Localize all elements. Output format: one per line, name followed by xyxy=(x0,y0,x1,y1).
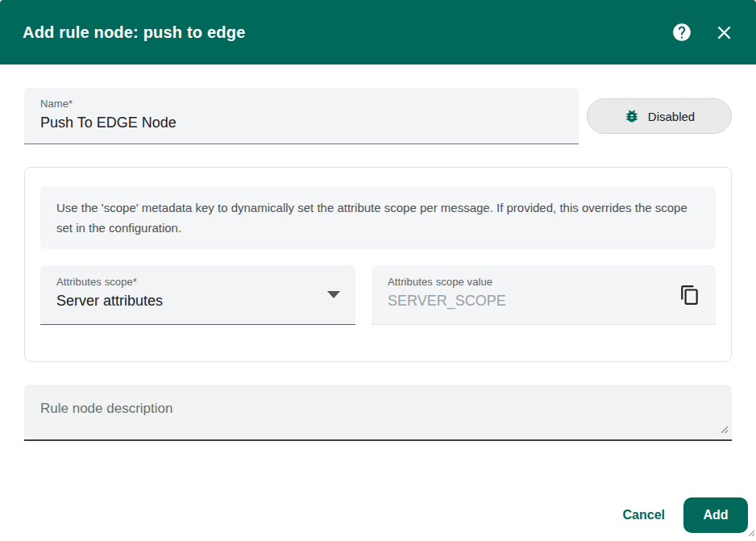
copy-button[interactable] xyxy=(672,277,708,313)
dialog-title: Add rule node: push to edge xyxy=(23,23,664,42)
add-rule-node-dialog: { "colors": { "accent": "#00695C", "head… xyxy=(0,0,756,541)
debug-mode-chip[interactable]: Disabled xyxy=(587,98,732,134)
copy-icon xyxy=(679,285,700,306)
attributes-scope-value-field: Attributes scope value xyxy=(372,265,716,325)
dialog-content: Name* Disabled Use the 'scope' metadata … xyxy=(0,65,756,441)
dialog-footer: Cancel Add xyxy=(612,497,748,533)
name-label: Name* xyxy=(40,98,563,110)
attributes-scope-value-input xyxy=(388,293,671,310)
add-button[interactable]: Add xyxy=(683,497,748,533)
debug-chip-label: Disabled xyxy=(648,110,695,123)
config-card: Use the 'scope' metadata key to dynamica… xyxy=(24,167,732,362)
description-textarea[interactable] xyxy=(40,401,716,435)
help-button[interactable] xyxy=(664,15,700,50)
cancel-button[interactable]: Cancel xyxy=(612,500,676,531)
dialog-resize-handle[interactable] xyxy=(748,526,755,540)
dialog-header: Add rule node: push to edge xyxy=(0,0,756,65)
name-input[interactable] xyxy=(40,114,563,131)
attributes-scope-value-label: Attributes scope value xyxy=(388,276,671,288)
name-row: Name* Disabled xyxy=(24,88,732,144)
chevron-down-icon xyxy=(327,291,340,298)
textarea-resize-handle[interactable] xyxy=(721,422,729,437)
attributes-scope-label: Attributes scope* xyxy=(56,276,339,288)
description-field xyxy=(24,385,732,441)
close-icon xyxy=(713,22,735,44)
bug-icon xyxy=(624,108,640,124)
attributes-scope-value: Server attributes xyxy=(56,293,339,310)
attributes-scope-select[interactable]: Attributes scope* Server attributes xyxy=(40,265,355,325)
name-field: Name* xyxy=(24,88,579,144)
help-icon xyxy=(671,22,692,43)
close-button[interactable] xyxy=(706,15,741,50)
scope-hint-text: Use the 'scope' metadata key to dynamica… xyxy=(40,186,716,249)
scope-fields-row: Attributes scope* Server attributes Attr… xyxy=(40,265,716,325)
